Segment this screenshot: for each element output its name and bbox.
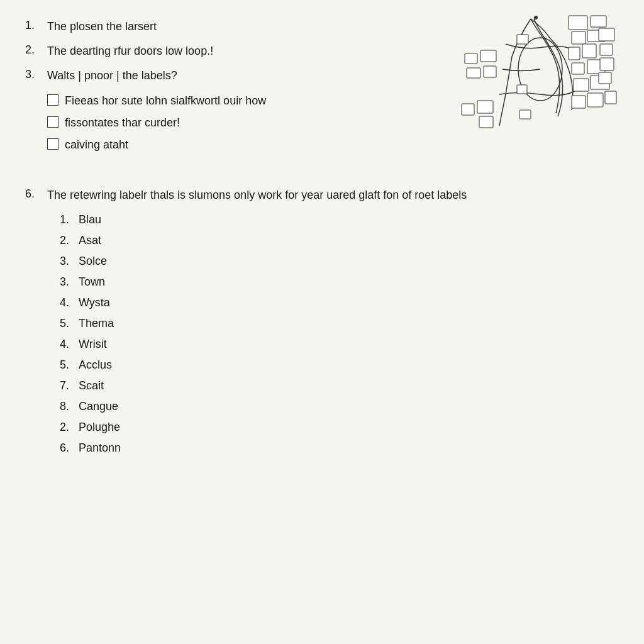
svg-rect-9: [600, 44, 613, 55]
list-item: 2.Asat: [60, 234, 619, 247]
checkbox-item-1: Fieeas hor sute lohn sialfkwortl ouir ho…: [47, 93, 392, 109]
q3-number: 3.: [25, 68, 47, 81]
list-item-text: Scait: [79, 379, 104, 392]
checkbox-label-3: caiving ataht: [65, 137, 128, 153]
checkbox-item-2: fissontates thar curder!: [47, 115, 392, 131]
svg-rect-27: [517, 85, 527, 94]
section-6-question: 6. The retewring labelr thals is slumons…: [25, 187, 619, 203]
list-item: 5.Thema: [60, 317, 619, 330]
question-2: 2. The dearting rfur doors low loop.!: [25, 43, 392, 59]
map-container: [405, 13, 619, 154]
svg-rect-13: [574, 79, 589, 91]
checkbox-2[interactable]: [47, 116, 58, 128]
list-item-text: Acclus: [79, 358, 112, 372]
svg-rect-2: [569, 16, 587, 30]
svg-rect-10: [572, 63, 584, 74]
q2-text: The dearting rfur doors low loop.!: [47, 43, 213, 59]
question-3: 3. Walts | pnoor | the labels?: [25, 68, 392, 84]
q1-text: The plosen the larsert: [47, 19, 157, 35]
q1-number: 1.: [25, 19, 47, 32]
svg-rect-26: [517, 35, 528, 44]
svg-rect-19: [480, 50, 496, 62]
list-item-number: 4.: [60, 296, 79, 309]
list-item-number: 6.: [60, 441, 79, 455]
list-item: 3.Solce: [60, 255, 619, 268]
list-item-text: Asat: [79, 234, 101, 247]
list-item-text: Pantonn: [79, 441, 121, 455]
svg-rect-23: [477, 101, 493, 113]
map-svg: [405, 13, 619, 151]
checkbox-item-3: caiving ataht: [47, 137, 392, 153]
list-item-number: 2.: [60, 421, 79, 434]
list-item-text: Wrisit: [79, 338, 107, 351]
svg-rect-7: [582, 44, 596, 58]
list-item-number: 5.: [60, 358, 79, 372]
list-item: 5.Acclus: [60, 358, 619, 372]
top-section: 1. The plosen the larsert 2. The deartin…: [25, 19, 619, 159]
svg-rect-20: [465, 53, 477, 64]
list-item-number: 2.: [60, 234, 79, 247]
svg-rect-16: [572, 96, 586, 108]
list-item-number: 8.: [60, 400, 79, 413]
nested-list: 1.Blau2.Asat3.Solce3.Town4.Wysta5.Thema4…: [60, 213, 619, 455]
list-item: 7.Scait: [60, 379, 619, 392]
svg-rect-21: [484, 66, 496, 77]
list-item-text: Solce: [79, 255, 107, 268]
checkbox-3[interactable]: [47, 138, 58, 150]
svg-rect-24: [462, 104, 474, 115]
svg-rect-17: [587, 93, 603, 107]
svg-rect-12: [600, 58, 614, 70]
q2-number: 2.: [25, 43, 47, 57]
svg-rect-22: [467, 68, 480, 78]
questions-list: 1. The plosen the larsert 2. The deartin…: [25, 19, 405, 159]
list-item: 3.Town: [60, 275, 619, 289]
svg-rect-18: [605, 91, 616, 104]
list-item: 6.Pantonn: [60, 441, 619, 455]
list-item: 4.Wrisit: [60, 338, 619, 351]
list-item-text: Cangue: [79, 400, 118, 413]
page-content: 1. The plosen the larsert 2. The deartin…: [25, 19, 619, 455]
checkbox-label-2: fissontates thar curder!: [65, 115, 180, 131]
list-item: 4.Wysta: [60, 296, 619, 309]
question-1: 1. The plosen the larsert: [25, 19, 392, 35]
q3-text: Walts | pnoor | the labels?: [47, 68, 177, 84]
list-item-number: 1.: [60, 213, 79, 226]
q6-text: The retewring labelr thals is slumons on…: [47, 187, 467, 203]
list-item-number: 3.: [60, 255, 79, 268]
svg-rect-28: [519, 110, 531, 119]
checkbox-label-1: Fieeas hor sute lohn sialfkwortl ouir ho…: [65, 93, 266, 109]
list-item-text: Town: [79, 275, 105, 289]
list-item-number: 3.: [60, 275, 79, 289]
list-item-text: Polughe: [79, 421, 120, 434]
svg-rect-4: [572, 31, 586, 44]
list-item-text: Blau: [79, 213, 101, 226]
svg-rect-6: [569, 47, 580, 60]
list-item-number: 5.: [60, 317, 79, 330]
svg-rect-25: [479, 116, 493, 128]
list-item-text: Wysta: [79, 296, 110, 309]
svg-point-29: [534, 16, 538, 19]
checkbox-1[interactable]: [47, 94, 58, 106]
list-item: 2.Polughe: [60, 421, 619, 434]
svg-rect-8: [599, 28, 614, 41]
list-item-number: 4.: [60, 338, 79, 351]
checkbox-group: Fieeas hor sute lohn sialfkwortl ouir ho…: [47, 93, 392, 153]
list-item-number: 7.: [60, 379, 79, 392]
list-item: 8.Cangue: [60, 400, 619, 413]
list-item: 1.Blau: [60, 213, 619, 226]
list-item-text: Thema: [79, 317, 114, 330]
section-6: 6. The retewring labelr thals is slumons…: [25, 187, 619, 455]
q6-number: 6.: [25, 187, 47, 201]
svg-rect-3: [591, 16, 606, 27]
svg-rect-15: [599, 72, 611, 84]
